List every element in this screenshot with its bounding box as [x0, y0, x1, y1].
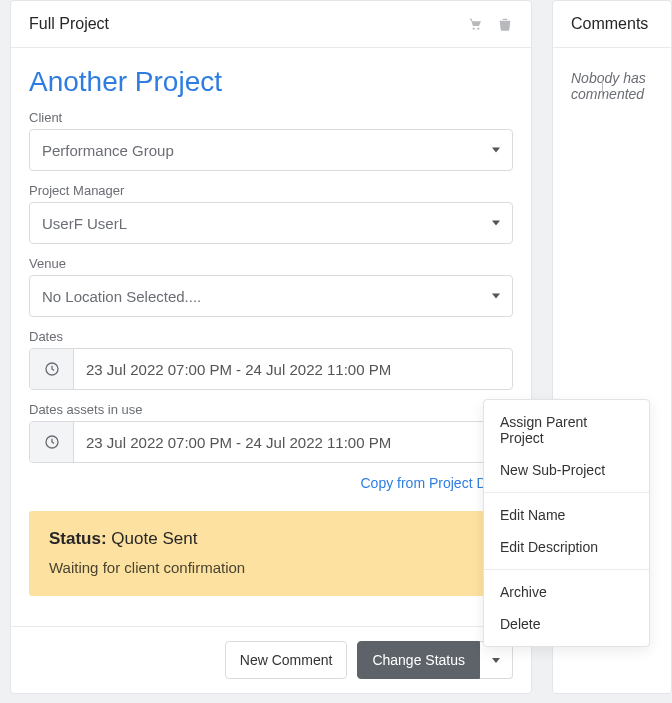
- menu-divider: [484, 569, 649, 570]
- client-group: Client Performance Group: [29, 110, 513, 171]
- cart-icon[interactable]: [467, 16, 483, 32]
- header-actions: [467, 16, 513, 32]
- asset-dates-group: Dates assets in use 23 Jul 2022 07:00 PM…: [29, 402, 513, 463]
- clock-icon: [30, 422, 74, 462]
- dates-input[interactable]: 23 Jul 2022 07:00 PM - 24 Jul 2022 11:00…: [29, 348, 513, 390]
- venue-value: No Location Selected....: [42, 288, 201, 305]
- status-box: Status: Quote Sent Waiting for client co…: [29, 511, 513, 596]
- asset-dates-input[interactable]: 23 Jul 2022 07:00 PM - 24 Jul 2022 11:00…: [29, 421, 513, 463]
- chevron-down-icon: [492, 148, 500, 153]
- project-card: Full Project Another Project Client Perf…: [10, 0, 532, 694]
- project-actions-menu: Assign Parent Project New Sub-Project Ed…: [483, 399, 650, 647]
- clock-icon: [30, 349, 74, 389]
- svg-point-0: [473, 28, 475, 30]
- svg-point-1: [477, 28, 479, 30]
- comments-header: Comments: [553, 1, 671, 48]
- venue-label: Venue: [29, 256, 513, 271]
- comments-title: Comments: [571, 15, 648, 33]
- comments-body: Nobody has commented: [553, 48, 671, 124]
- status-value: Quote Sent: [111, 529, 197, 548]
- chevron-down-icon: [492, 658, 500, 663]
- menu-edit-description[interactable]: Edit Description: [484, 531, 649, 563]
- card-header: Full Project: [11, 1, 531, 48]
- pm-select[interactable]: UserF UserL: [29, 202, 513, 244]
- asset-dates-value: 23 Jul 2022 07:00 PM - 24 Jul 2022 11:00…: [74, 422, 512, 462]
- asset-dates-label: Dates assets in use: [29, 402, 513, 417]
- status-sub: Waiting for client confirmation: [49, 559, 493, 576]
- card-title: Full Project: [29, 15, 109, 33]
- chevron-down-icon: [492, 294, 500, 299]
- pm-label: Project Manager: [29, 183, 513, 198]
- trash-icon[interactable]: [497, 16, 513, 32]
- client-select[interactable]: Performance Group: [29, 129, 513, 171]
- menu-new-subproject[interactable]: New Sub-Project: [484, 454, 649, 486]
- client-label: Client: [29, 110, 513, 125]
- status-prefix: Status:: [49, 529, 111, 548]
- menu-archive[interactable]: Archive: [484, 576, 649, 608]
- pm-value: UserF UserL: [42, 215, 127, 232]
- new-comment-button[interactable]: New Comment: [225, 641, 348, 679]
- dates-label: Dates: [29, 329, 513, 344]
- card-body: Another Project Client Performance Group…: [11, 48, 531, 626]
- venue-group: Venue No Location Selected....: [29, 256, 513, 317]
- menu-delete[interactable]: Delete: [484, 608, 649, 640]
- copy-link-row: Copy from Project Dates: [29, 475, 513, 491]
- status-line: Status: Quote Sent: [49, 529, 493, 549]
- venue-select[interactable]: No Location Selected....: [29, 275, 513, 317]
- pm-group: Project Manager UserF UserL: [29, 183, 513, 244]
- dates-value: 23 Jul 2022 07:00 PM - 24 Jul 2022 11:00…: [74, 349, 512, 389]
- card-footer: New Comment Change Status: [11, 626, 531, 693]
- menu-assign-parent[interactable]: Assign Parent Project: [484, 406, 649, 454]
- client-value: Performance Group: [42, 142, 174, 159]
- menu-divider: [484, 492, 649, 493]
- comments-empty: Nobody has commented: [571, 70, 646, 102]
- change-status-button[interactable]: Change Status: [357, 641, 480, 679]
- chevron-down-icon: [492, 221, 500, 226]
- menu-edit-name[interactable]: Edit Name: [484, 499, 649, 531]
- dates-group: Dates 23 Jul 2022 07:00 PM - 24 Jul 2022…: [29, 329, 513, 390]
- project-title[interactable]: Another Project: [29, 66, 513, 98]
